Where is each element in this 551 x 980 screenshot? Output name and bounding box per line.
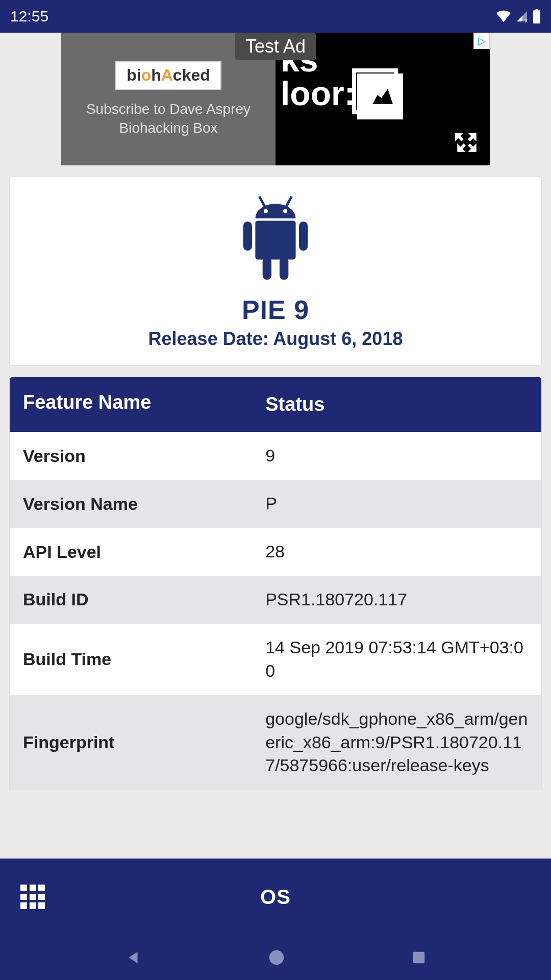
svg-rect-7 — [299, 222, 308, 251]
feature-name: Build Time — [23, 649, 265, 669]
photo-stack-icon — [357, 74, 408, 125]
svg-text:x: x — [525, 18, 528, 22]
ad-brand-mid: o — [141, 66, 152, 84]
status-bar: 12:55 x — [0, 0, 551, 33]
svg-point-4 — [283, 209, 287, 213]
system-nav-bar — [0, 935, 551, 980]
ad-brand-post: h — [151, 66, 161, 84]
feature-name: Version — [23, 446, 265, 466]
status-time: 12:55 — [10, 8, 48, 25]
feature-name: Fingerprint — [23, 732, 265, 752]
svg-rect-11 — [413, 952, 425, 964]
table-row: Version Name P — [10, 480, 541, 528]
ad-brand-pre: bi — [127, 66, 141, 84]
ad-brand-end: cked — [173, 66, 210, 84]
ad-brand-logo: biohAcked — [115, 61, 221, 90]
feature-status: 9 — [265, 444, 528, 468]
svg-line-1 — [259, 197, 265, 207]
feature-status: 28 — [265, 540, 528, 564]
ad-test-label: Test Ad — [235, 33, 316, 60]
ad-info-badge[interactable]: ▷ — [473, 33, 490, 49]
app-bottom-bar: OS — [0, 859, 551, 935]
ad-brand-accent: A — [161, 66, 173, 84]
table-row: Build ID PSR1.180720.117 — [10, 576, 541, 624]
screen-title: OS — [20, 886, 531, 909]
feature-name: Build ID — [23, 590, 265, 609]
svg-rect-5 — [255, 220, 295, 259]
os-title: PIE 9 — [242, 295, 309, 325]
expand-icon[interactable] — [454, 130, 480, 155]
back-button[interactable] — [124, 949, 142, 966]
home-button[interactable] — [268, 949, 285, 966]
battery-icon — [533, 9, 541, 23]
table-row: Version 9 — [10, 432, 541, 480]
feature-status: 14 Sep 2019 07:53:14 GMT+03:00 — [265, 636, 528, 683]
signal-icon: x — [515, 10, 529, 22]
features-table: Feature Name Status Version 9 Version Na… — [9, 377, 542, 790]
header-feature-name: Feature Name — [23, 391, 265, 418]
feature-status: PSR1.180720.117 — [265, 588, 528, 611]
status-icons: x — [496, 9, 541, 23]
table-row: Build Time 14 Sep 2019 07:53:14 GMT+03:0… — [10, 624, 541, 695]
header-status: Status — [265, 391, 528, 418]
svg-rect-8 — [263, 257, 271, 280]
table-row: Fingerprint google/sdk_gphone_x86_arm/ge… — [10, 695, 541, 790]
table-header: Feature Name Status — [10, 377, 541, 432]
recents-button[interactable] — [411, 950, 427, 965]
feature-status: google/sdk_gphone_x86_arm/generic_x86_ar… — [265, 707, 528, 778]
svg-rect-6 — [243, 222, 252, 251]
svg-point-10 — [269, 950, 284, 965]
os-info-card: PIE 9 Release Date: August 6, 2018 — [9, 177, 542, 365]
table-row: API Level 28 — [10, 528, 541, 576]
ad-banner[interactable]: biohAcked Subscribe to Dave Asprey Bioha… — [61, 33, 490, 165]
table-body: Version 9 Version Name P API Level 28 Bu… — [10, 432, 541, 790]
svg-point-3 — [264, 209, 268, 213]
android-icon — [235, 192, 316, 289]
feature-status: P — [265, 492, 528, 516]
ad-rt-2: loor — [281, 75, 344, 112]
feature-name: API Level — [23, 542, 265, 562]
feature-name: Version Name — [23, 494, 265, 514]
ad-subtitle: Subscribe to Dave Asprey Biohacking Box — [66, 100, 270, 137]
wifi-icon — [496, 10, 511, 22]
svg-rect-9 — [280, 257, 288, 280]
release-date: Release Date: August 6, 2018 — [148, 328, 403, 350]
svg-line-2 — [286, 197, 292, 207]
